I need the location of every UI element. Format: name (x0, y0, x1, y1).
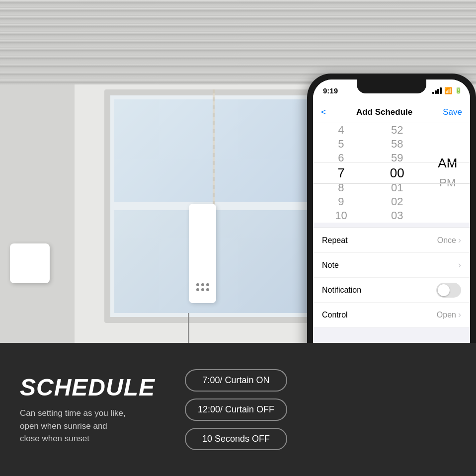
curtain-motor (189, 204, 216, 303)
schedule-title: SCHEDULE (20, 374, 155, 401)
settings-repeat-value: Once › (437, 235, 461, 245)
signal-bar-2 (435, 90, 437, 94)
chevron-right-icon: › (458, 235, 461, 245)
settings-list: Repeat Once › Note › Notification (313, 228, 470, 327)
top-section: 9:19 📶 🔋 < Add Schedule Save (0, 0, 476, 343)
window-pane-top (114, 99, 308, 202)
schedule-badge-3: 10 Seconds OFF (185, 428, 287, 450)
settings-notification-label: Notification (322, 286, 361, 295)
schedule-badge-1: 7:00/ Curtain ON (185, 369, 287, 392)
schedule-text-block: SCHEDULE Can setting time as you like,op… (20, 374, 155, 445)
settings-note-value: › (458, 260, 461, 270)
time-min-01[interactable]: 01 (369, 181, 425, 195)
motor-dot (201, 288, 204, 291)
time-hour-8[interactable]: 8 (313, 181, 369, 195)
time-hour-5[interactable]: 5 (313, 137, 369, 151)
schedule-badge-2: 12:00/ Curtain OFF (185, 398, 287, 421)
motor-dot (201, 283, 204, 286)
time-picker-hours[interactable]: 4 5 6 7 8 9 10 (313, 123, 369, 223)
battery-icon: 🔋 (455, 87, 462, 94)
time-picker-period[interactable]: AM PM (425, 123, 470, 223)
settings-note-item[interactable]: Note › (313, 253, 470, 278)
settings-control-label: Control (322, 311, 348, 319)
power-cord (188, 313, 189, 343)
settings-note-label: Note (322, 261, 339, 270)
time-min-52[interactable]: 52 (369, 123, 425, 137)
smart-cube-device (10, 243, 50, 283)
status-time: 9:19 (323, 86, 338, 95)
schedule-badges: 7:00/ Curtain ON 12:00/ Curtain OFF 10 S… (185, 369, 287, 450)
time-min-00[interactable]: 00 (369, 165, 425, 181)
wall-left (0, 84, 79, 343)
motor-dot (206, 283, 209, 286)
schedule-description: Can setting time as you like,open when s… (20, 407, 155, 445)
time-picker-minutes[interactable]: 52 58 59 00 01 02 03 (369, 123, 425, 223)
signal-bar-1 (432, 92, 434, 94)
time-min-59[interactable]: 59 (369, 151, 425, 165)
time-picker[interactable]: 4 5 6 7 8 9 10 52 58 59 00 01 02 03 (313, 123, 470, 223)
settings-notification-item[interactable]: Notification (313, 278, 470, 303)
motor-dot (206, 288, 209, 291)
settings-control-value: Open › (437, 310, 461, 320)
time-period-pm[interactable]: PM (425, 173, 470, 193)
nav-back-button[interactable]: < (321, 107, 326, 117)
bottom-section: SCHEDULE Can setting time as you like,op… (0, 343, 476, 476)
settings-control-item[interactable]: Control Open › (313, 303, 470, 327)
time-hour-7[interactable]: 7 (313, 165, 369, 181)
time-min-58[interactable]: 58 (369, 137, 425, 151)
signal-bars-icon (432, 87, 442, 94)
signal-bar-3 (437, 89, 439, 94)
status-icons: 📶 🔋 (432, 87, 462, 94)
motor-dots (196, 283, 209, 291)
settings-repeat-text: Once (437, 236, 456, 245)
phone-notch (357, 79, 426, 93)
settings-control-text: Open (437, 311, 456, 319)
nav-bar: < Add Schedule Save (313, 101, 470, 123)
time-period-am[interactable]: AM (425, 153, 470, 173)
signal-bar-4 (440, 87, 442, 94)
time-hour-10[interactable]: 10 (313, 209, 369, 223)
phone-mockup: 9:19 📶 🔋 < Add Schedule Save (307, 74, 476, 343)
chevron-right-control-icon: › (458, 310, 461, 320)
time-hour-6[interactable]: 6 (313, 151, 369, 165)
nav-title: Add Schedule (356, 107, 412, 117)
nav-save-button[interactable]: Save (443, 107, 462, 117)
time-min-03[interactable]: 03 (369, 209, 425, 223)
settings-repeat-item[interactable]: Repeat Once › (313, 228, 470, 253)
settings-repeat-label: Repeat (322, 236, 348, 245)
wifi-icon: 📶 (444, 87, 452, 94)
motor-dot (196, 288, 199, 291)
phone-screen: 9:19 📶 🔋 < Add Schedule Save (313, 79, 470, 343)
chevron-right-note-icon: › (458, 260, 461, 270)
time-min-02[interactable]: 02 (369, 195, 425, 209)
motor-dot (196, 283, 199, 286)
time-hour-9[interactable]: 9 (313, 195, 369, 209)
toggle-knob (438, 284, 450, 296)
notification-toggle[interactable] (436, 283, 461, 298)
time-hour-4[interactable]: 4 (313, 123, 369, 137)
